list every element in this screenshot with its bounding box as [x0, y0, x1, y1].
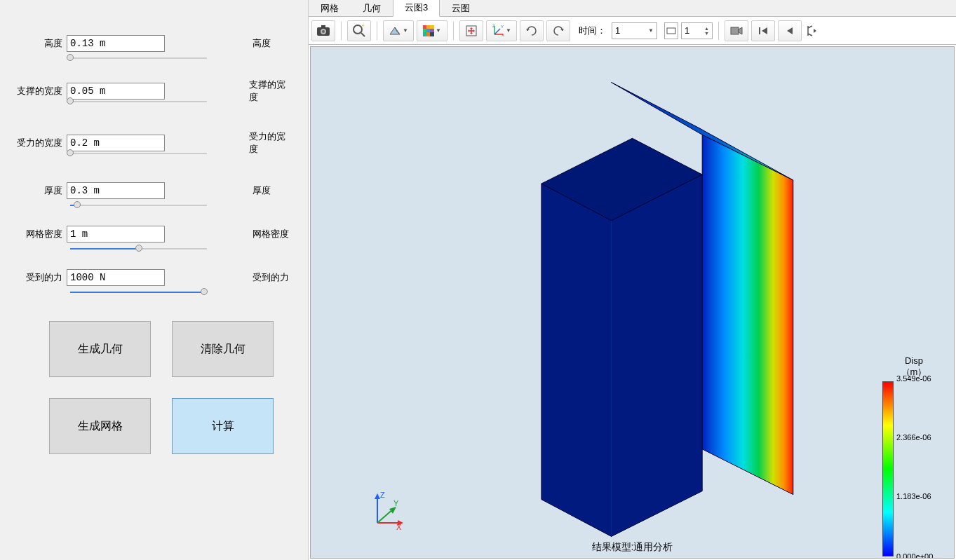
- svg-text:Z: Z: [492, 25, 495, 28]
- svg-rect-13: [426, 32, 430, 36]
- param-input-4[interactable]: [67, 226, 165, 243]
- param-input-5[interactable]: [67, 269, 165, 286]
- fit-view-button[interactable]: [459, 20, 483, 41]
- param-input-3[interactable]: [67, 182, 165, 199]
- param-row-1: 支撑的宽度 支撑的宽度: [14, 78, 294, 104]
- svg-rect-23: [731, 27, 739, 34]
- svg-rect-22: [667, 28, 675, 34]
- viewer-panel: 网格几何云图3云图 ▼ ▼ ZYX ▼: [309, 0, 956, 560]
- time-select[interactable]: 1▼: [612, 22, 657, 39]
- svg-rect-6: [423, 25, 426, 29]
- color-legend: Disp （m） 3.549e-062.366e-061.183e-060.00…: [882, 355, 945, 556]
- param-slider-2[interactable]: [70, 149, 207, 158]
- result-model-label: 结果模型:通用分析: [592, 541, 673, 554]
- view-tabs: 网格几何云图3云图: [309, 0, 956, 17]
- svg-rect-1: [321, 25, 325, 28]
- param-label-right: 高度: [253, 37, 271, 50]
- param-row-2: 受力的宽度 受力的宽度: [14, 130, 294, 156]
- param-row-4: 网格密度 网格密度: [14, 226, 294, 243]
- param-label-right: 网格密度: [253, 228, 289, 240]
- tab-云图3[interactable]: 云图3: [393, 0, 440, 17]
- animation-record-button[interactable]: [725, 20, 748, 41]
- param-row-0: 高度 高度: [14, 35, 294, 52]
- view-style-dropdown[interactable]: ▼: [383, 20, 414, 41]
- svg-rect-8: [430, 25, 434, 29]
- svg-line-18: [494, 29, 500, 34]
- time-step-spinner[interactable]: 1 ▲▼: [681, 22, 713, 39]
- animation-expand-button[interactable]: [804, 20, 819, 41]
- screenshot-button[interactable]: [311, 20, 335, 41]
- svg-line-5: [361, 33, 365, 36]
- svg-rect-14: [430, 32, 434, 36]
- svg-rect-24: [759, 27, 760, 34]
- param-row-3: 厚度 厚度: [14, 182, 294, 199]
- svg-marker-27: [702, 135, 793, 494]
- axis-triad: Z X Y: [367, 488, 409, 530]
- axes-dropdown[interactable]: ZYX ▼: [486, 20, 517, 41]
- tab-网格[interactable]: 网格: [309, 0, 351, 17]
- time-label: 时间：: [579, 25, 606, 37]
- param-label-right: 受力的宽度: [249, 130, 294, 156]
- svg-point-4: [354, 25, 362, 34]
- param-label-left: 受力的宽度: [14, 137, 67, 149]
- legend-tick: 3.549e-06: [896, 374, 931, 383]
- frame-button[interactable]: [664, 22, 678, 39]
- param-label-left: 网格密度: [14, 228, 67, 240]
- svg-rect-9: [423, 29, 426, 32]
- compute-button[interactable]: 计算: [172, 398, 274, 454]
- legend-title-1: Disp: [882, 355, 945, 366]
- legend-tick: 1.183e-06: [896, 492, 931, 500]
- svg-rect-11: [430, 29, 434, 32]
- svg-marker-28: [541, 184, 612, 536]
- svg-point-3: [322, 30, 325, 33]
- legend-tick: 0.000e+00: [896, 552, 933, 559]
- clear-geometry-button[interactable]: 清除几何: [172, 321, 274, 377]
- svg-text:Y: Y: [501, 25, 504, 29]
- param-slider-4[interactable]: [70, 244, 207, 254]
- tab-几何[interactable]: 几何: [351, 0, 393, 17]
- parameters-panel: 高度 高度 支撑的宽度 支撑的宽度 受力的宽度 受力的宽度: [0, 0, 309, 560]
- param-label-left: 受到的力: [14, 271, 67, 284]
- param-label-right: 受到的力: [253, 271, 289, 284]
- action-buttons: 生成几何 清除几何 生成网格 计算: [49, 321, 274, 454]
- param-label-right: 支撑的宽度: [249, 78, 294, 104]
- svg-rect-12: [423, 32, 426, 36]
- svg-text:X: X: [501, 33, 504, 37]
- param-slider-0[interactable]: [70, 53, 207, 63]
- animation-first-button[interactable]: [751, 20, 775, 41]
- svg-text:Y: Y: [393, 499, 399, 507]
- rotate-cw-button[interactable]: [546, 20, 570, 41]
- rotate-ccw-button[interactable]: [520, 20, 544, 41]
- svg-text:X: X: [396, 523, 402, 530]
- generate-geometry-button[interactable]: 生成几何: [49, 321, 151, 377]
- param-label-right: 厚度: [253, 184, 271, 197]
- animation-prev-button[interactable]: [778, 20, 802, 41]
- legend-tick: 2.366e-06: [896, 433, 931, 442]
- param-slider-1[interactable]: [70, 97, 207, 107]
- tab-云图[interactable]: 云图: [440, 0, 482, 17]
- svg-rect-10: [426, 29, 430, 32]
- param-label-left: 厚度: [14, 184, 67, 197]
- viewer-toolbar: ▼ ▼ ZYX ▼ 时间： 1▼: [309, 17, 956, 45]
- 3d-viewport[interactable]: Z X Y 结果模型:通用分析 Disp （m） 3.549e-062.366e…: [310, 46, 955, 559]
- model-render: [311, 47, 954, 558]
- param-slider-5[interactable]: [70, 287, 207, 297]
- generate-mesh-button[interactable]: 生成网格: [49, 398, 151, 454]
- param-row-5: 受到的力 受到的力: [14, 269, 294, 286]
- svg-marker-29: [612, 175, 703, 536]
- colormap-dropdown[interactable]: ▼: [417, 20, 447, 41]
- param-label-left: 高度: [14, 37, 67, 50]
- param-label-left: 支撑的宽度: [14, 85, 67, 97]
- svg-rect-7: [426, 25, 430, 29]
- zoom-button[interactable]: [347, 20, 371, 41]
- param-input-0[interactable]: [67, 35, 165, 52]
- svg-text:Z: Z: [380, 491, 385, 499]
- param-slider-3[interactable]: [70, 200, 207, 210]
